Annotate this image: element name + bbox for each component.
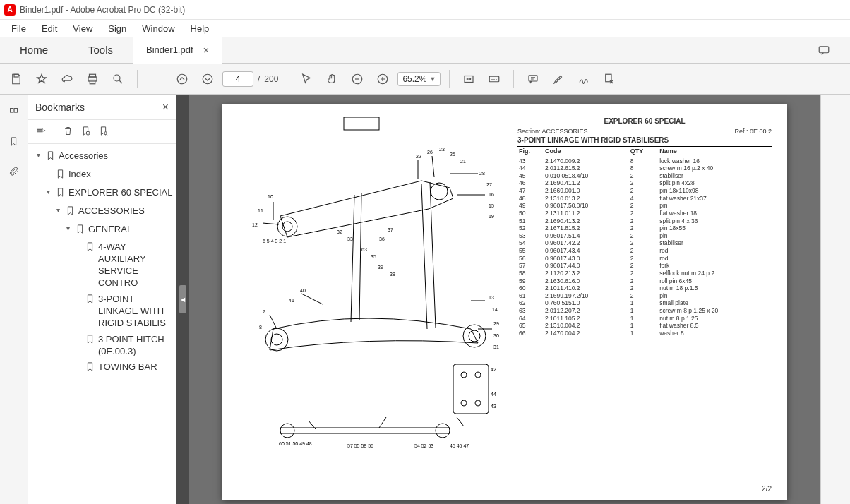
highlight-icon[interactable] (548, 68, 569, 90)
bookmark-item[interactable]: 4-WAY AUXILIARY SERVICE CONTRO (30, 239, 174, 292)
cell-qty: 4 (629, 195, 659, 203)
menu-file[interactable]: File (4, 22, 33, 35)
table-row: 490.96017.50.0/102pin (517, 202, 772, 210)
bookmark-item[interactable]: ▾GENERAL (30, 222, 174, 240)
svg-point-6 (177, 74, 187, 84)
bookmark-item[interactable]: 3 POINT HITCH (0E.00.3) (30, 332, 174, 360)
bookmark-icon (85, 361, 95, 376)
svg-text:26: 26 (427, 150, 433, 155)
page-up-icon[interactable] (172, 68, 193, 90)
menu-view[interactable]: View (66, 22, 100, 35)
chevron-down-icon[interactable]: ▾ (44, 187, 52, 196)
bookmark-item[interactable]: 3-POINT LINKAGE WITH RIGID STABILIS (30, 292, 174, 332)
search-icon[interactable] (107, 68, 128, 90)
separator (287, 70, 287, 88)
bookmark-item[interactable]: Index (30, 167, 174, 185)
fit-width-icon[interactable] (458, 68, 479, 90)
save-icon[interactable] (6, 68, 27, 90)
tab-tools[interactable]: Tools (68, 37, 133, 63)
cell-qty: 2 (629, 262, 659, 270)
chevron-down-icon[interactable]: ▾ (64, 224, 72, 233)
cell-code: 2.1470.004.2 (544, 330, 629, 337)
thumbnails-icon[interactable] (4, 102, 24, 121)
svg-point-28 (461, 372, 467, 378)
table-row: 450.010.0518.4/102stabiliser (517, 172, 772, 180)
comment-icon[interactable] (522, 68, 544, 90)
bookmarks-delete-icon[interactable] (63, 126, 73, 138)
cell-name: rod (658, 247, 772, 255)
svg-text:12: 12 (252, 222, 258, 227)
panel-collapse-handle[interactable]: ◀ (179, 285, 186, 313)
bookmarks-icon[interactable] (4, 131, 24, 151)
cell-qty: 2 (629, 277, 659, 285)
document-area[interactable]: ◀ (176, 95, 820, 504)
cell-code: 2.1011.410.2 (544, 284, 629, 292)
separator (513, 70, 514, 88)
cell-qty: 8 (629, 157, 659, 164)
window-title: Binder1.pdf - Adobe Acrobat Pro DC (32-b… (20, 5, 185, 15)
svg-text:39: 39 (378, 265, 383, 270)
edit-pdf-icon[interactable] (599, 68, 620, 90)
bookmarks-find-icon[interactable] (98, 126, 109, 138)
zoom-out-icon[interactable] (347, 68, 368, 90)
read-mode-icon[interactable] (484, 68, 505, 90)
svg-text:10: 10 (268, 194, 273, 199)
bookmarks-tree[interactable]: ▾AccessoriesIndex▾EXPLORER 60 SPECIAL▾AC… (28, 144, 176, 504)
table-row: 502.1311.011.22flat washer 18 (517, 210, 772, 217)
right-rail[interactable] (820, 95, 850, 504)
table-row: 662.1470.004.21washer 8 (517, 330, 772, 337)
cloud-icon[interactable] (56, 68, 78, 90)
tab-home[interactable]: Home (0, 37, 68, 63)
cell-fig: 54 (517, 239, 544, 247)
menu-window[interactable]: Window (135, 22, 181, 35)
menu-edit[interactable]: Edit (35, 22, 64, 35)
zoom-in-icon[interactable] (372, 68, 393, 90)
page-separator: / (258, 74, 260, 84)
tab-document[interactable]: Binder1.pdf × (133, 37, 222, 64)
chevron-down-icon[interactable]: ▾ (54, 205, 62, 215)
cell-name: nut m 8 p.1.25 (658, 315, 772, 323)
attachments-icon[interactable] (4, 161, 24, 181)
bookmark-item[interactable]: ▾ACCESSORIES (30, 203, 174, 222)
svg-point-32 (280, 424, 294, 438)
cell-fig: 64 (517, 315, 544, 323)
page-current-input[interactable] (222, 71, 253, 87)
svg-rect-1 (14, 74, 18, 77)
chat-icon[interactable] (798, 37, 850, 63)
bookmark-label: 3-POINT LINKAGE WITH RIGID STABILIS (98, 294, 173, 330)
pdf-page: 2226 2325 2128 2716 1519 1011 12 6 5 4 3… (222, 104, 787, 500)
pointer-icon[interactable] (296, 68, 317, 90)
tab-close-icon[interactable]: × (203, 44, 210, 56)
page-down-icon[interactable] (197, 68, 218, 90)
bookmarks-close-icon[interactable]: × (162, 101, 169, 114)
bookmarks-add-icon[interactable] (80, 126, 91, 138)
bookmarks-options-icon[interactable] (35, 126, 46, 138)
star-icon[interactable] (31, 68, 52, 90)
zoom-select[interactable]: 65.2% ▼ (397, 72, 441, 86)
svg-text:8: 8 (259, 325, 262, 330)
svg-text:41: 41 (289, 298, 294, 303)
cell-qty: 1 (629, 307, 659, 315)
svg-text:42: 42 (491, 367, 496, 372)
svg-text:40: 40 (300, 288, 306, 293)
chevron-down-icon[interactable]: ▾ (34, 150, 42, 160)
menu-sign[interactable]: Sign (101, 22, 133, 35)
separator (137, 70, 138, 88)
cell-fig: 60 (517, 284, 544, 292)
bookmark-item[interactable]: ▾Accessories (30, 148, 174, 167)
cell-qty: 1 (629, 299, 659, 307)
cell-code: 2.1310.013.2 (544, 195, 629, 203)
menu-help[interactable]: Help (184, 22, 217, 35)
bookmark-label: 4-WAY AUXILIARY SERVICE CONTRO (98, 241, 173, 289)
hand-icon[interactable] (321, 68, 342, 90)
sign-icon[interactable] (573, 68, 594, 90)
cell-code: 0.760.5151.0 (544, 299, 629, 307)
cell-code: 2.1310.004.2 (544, 322, 629, 330)
cell-code: 2.1630.616.0 (544, 277, 629, 285)
bookmark-item[interactable]: ▾EXPLORER 60 SPECIAL (30, 185, 174, 203)
bookmark-item[interactable]: TOWING BAR (30, 359, 174, 378)
cell-fig: 50 (517, 210, 544, 217)
svg-text:7: 7 (263, 309, 265, 314)
svg-text:16: 16 (489, 192, 494, 197)
print-icon[interactable] (82, 68, 103, 90)
